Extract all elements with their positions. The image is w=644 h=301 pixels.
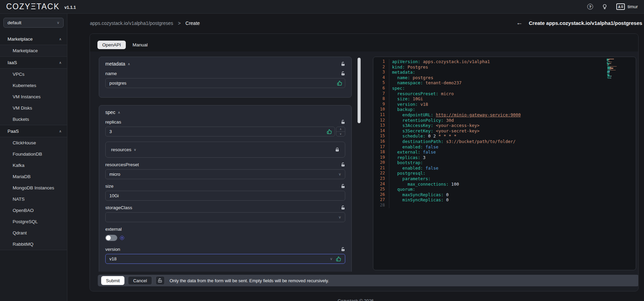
sidebar-item-marketplace[interactable]: Marketplace (0, 45, 67, 56)
sidebar-item-foundationdb[interactable]: FoundationDB (0, 148, 67, 160)
code-text: retentionPolicy: 30d (389, 118, 454, 123)
namespace-select[interactable]: default ∨ (3, 18, 64, 28)
sidebar-item-nats[interactable]: NATS (0, 194, 67, 205)
code-line: 25 quorum: (373, 187, 636, 192)
breadcrumb: apps.cozystack.io/v1alpha1/postgreses > … (90, 20, 200, 26)
user-menu[interactable]: A timur (616, 3, 638, 10)
stepper-up-button[interactable]: ∧ (336, 127, 345, 132)
stepper-down-button[interactable]: ∨ (336, 132, 345, 136)
lock-all-button[interactable] (156, 276, 165, 285)
sidebar-item-clickhouse[interactable]: ClickHouse (0, 137, 67, 148)
unlock-icon[interactable] (341, 247, 345, 252)
editor-minimap[interactable] (607, 59, 631, 80)
storageClass-label: storageClass (105, 205, 132, 210)
sidebar: default ∨ Marketplace∧MarketplaceIaaS∧VP… (0, 14, 67, 301)
chevron-up-icon: ∧ (128, 62, 130, 66)
unlock-icon[interactable] (341, 120, 345, 124)
sidebar-section-marketplace[interactable]: Marketplace∧ (0, 33, 67, 45)
sidebar-item-buckets[interactable]: Buckets (0, 114, 67, 125)
sidebar-item-vm-instances[interactable]: VM Instances (0, 91, 67, 102)
chevron-up-icon: ∧ (118, 111, 120, 114)
page-title: Create apps.cozystack.io/v1alpha1/postgr… (529, 20, 642, 26)
code-line: 15 schedule: 0 2 * * * * (373, 133, 636, 139)
unlock-icon[interactable] (341, 205, 345, 210)
line-number: 27 (373, 197, 389, 203)
resourcesPreset-select[interactable]: micro ∨ (105, 169, 345, 179)
external-label: external (105, 227, 122, 232)
line-number: 3 (373, 70, 389, 75)
size-label: size (105, 184, 113, 189)
code-line: 10 backup: (373, 107, 636, 112)
form-tabs: OpenAPI Manual (90, 34, 638, 52)
thumbs-up-icon[interactable] (337, 81, 342, 86)
code-text: max_connections: 100 (389, 182, 459, 187)
lightbulb-icon (602, 4, 607, 10)
sidebar-item-mongodb-instances[interactable]: MongoDB Instances (0, 182, 67, 194)
metadata-section-title[interactable]: metadata (105, 61, 125, 67)
main-content: apps.cozystack.io/v1alpha1/postgreses > … (67, 14, 644, 301)
sidebar-item-kafka[interactable]: Kafka (0, 160, 67, 171)
external-toggle[interactable] (105, 235, 117, 241)
sidebar-item-openbao[interactable]: OpenBAO (0, 205, 67, 216)
cancel-button[interactable]: Cancel (128, 276, 152, 285)
breadcrumb-path[interactable]: apps.cozystack.io/v1alpha1/postgreses (90, 20, 173, 26)
sidebar-item-kubernetes[interactable]: Kubernetes (0, 80, 67, 91)
user-badge-icon: A (616, 3, 625, 10)
top-bar: COZYΞTACK v1.1.1 ? A (0, 0, 644, 14)
unlock-icon[interactable] (341, 184, 345, 188)
app-version: v1.1.1 (64, 4, 76, 10)
line-number: 5 (373, 80, 389, 86)
sidebar-section-paas[interactable]: PaaS∧ (0, 125, 67, 137)
unlock-icon[interactable] (341, 162, 345, 167)
chevron-down-icon: ∨ (57, 20, 59, 25)
scrollbar-thumb[interactable] (358, 58, 361, 123)
code-text: destinationPath: s3://bucket/path/to/fol… (389, 139, 515, 144)
breadcrumb-current: Create (186, 20, 200, 26)
code-text: name: postgres (389, 75, 433, 81)
version-select[interactable]: v18 ∨ (105, 254, 345, 264)
code-line: 4 name: postgres (373, 75, 636, 81)
theme-toggle-button[interactable] (602, 4, 607, 10)
storageClass-select[interactable]: ∨ (105, 212, 345, 222)
sidebar-section-label: Marketplace (8, 37, 33, 42)
sidebar-item-vm-disks[interactable]: VM Disks (0, 102, 67, 114)
resources-group[interactable]: resources ∨ (105, 142, 345, 158)
unlock-icon[interactable] (341, 62, 345, 66)
sidebar-item-postgresql[interactable]: PostgreSQL (0, 216, 67, 227)
toggle-knob (106, 235, 111, 240)
tab-openapi[interactable]: OpenAPI (97, 41, 126, 49)
endpoint-url-link[interactable]: http://minio-gateway-service:9000 (436, 112, 521, 117)
name-input[interactable] (105, 78, 345, 88)
code-text: backup: (389, 107, 415, 112)
code-text: minSyncReplicas: 0 (389, 197, 449, 203)
lock-icon[interactable] (335, 147, 339, 152)
replicas-input[interactable] (105, 127, 335, 137)
code-text: s3SecretKey: <your-secret-key> (389, 128, 480, 134)
code-line: 21 enabled: false (373, 166, 636, 171)
unlock-icon[interactable] (341, 71, 345, 76)
size-input[interactable] (105, 191, 345, 201)
reset-default-icon[interactable] (120, 236, 124, 240)
submit-button[interactable]: Submit (101, 276, 124, 285)
sidebar-item-vpcs[interactable]: VPCs (0, 69, 67, 80)
sidebar-section-body: Marketplace (0, 45, 67, 57)
line-number: 22 (373, 171, 389, 176)
thumbs-up-icon[interactable] (336, 256, 341, 261)
spec-section-title[interactable]: spec (105, 110, 116, 115)
sidebar-item-rabbitmq[interactable]: RabbitMQ (0, 239, 67, 250)
sidebar-item-qdrant[interactable]: Qdrant (0, 227, 67, 239)
sidebar-section-iaas[interactable]: IaaS∧ (0, 57, 67, 68)
help-button[interactable]: ? (587, 4, 593, 10)
code-text: spec: (389, 86, 405, 91)
code-line: 7 resourcesPreset: micro (373, 91, 636, 97)
sidebar-item-mariadb[interactable]: MariaDB (0, 171, 67, 182)
footer-copyright: Cozystack © 2026 (67, 298, 644, 301)
line-number: 25 (373, 187, 389, 192)
line-number: 6 (373, 86, 389, 91)
back-arrow-icon[interactable]: ← (516, 19, 523, 27)
code-line: 11 endpointURL: http://minio-gateway-ser… (373, 112, 636, 118)
thumbs-up-icon[interactable] (327, 129, 332, 134)
code-area[interactable]: 1apiVersion: apps.cozystack.io/v1alpha12… (373, 57, 636, 270)
line-number: 24 (373, 182, 389, 187)
tab-manual[interactable]: Manual (128, 41, 152, 49)
